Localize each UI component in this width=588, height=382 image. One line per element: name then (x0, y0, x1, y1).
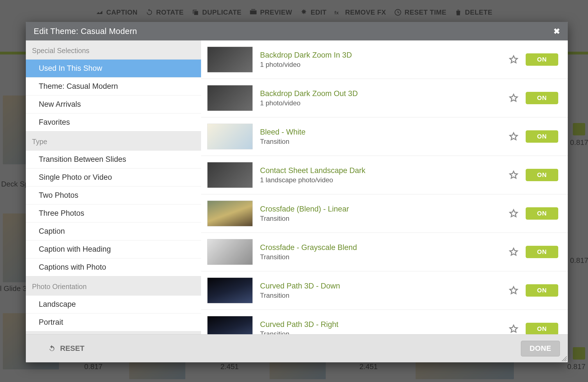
toggle-on-button[interactable]: ON (526, 246, 558, 258)
effect-text: Backdrop Dark Zoom Out 3D1 photo/video (260, 89, 502, 107)
effect-row[interactable]: Crossfade - Grayscale BlendTransitionON (201, 233, 568, 271)
sidebar-heading: Photo Orientation (26, 276, 201, 295)
toggle-on-button[interactable]: ON (526, 207, 558, 220)
effect-title: Crossfade - Grayscale Blend (260, 243, 502, 252)
toggle-on-button[interactable]: ON (526, 53, 558, 66)
sidebar-item[interactable]: Two Photos (26, 187, 201, 204)
effect-title: Backdrop Dark Zoom In 3D (260, 51, 502, 60)
effect-thumbnail (207, 316, 253, 334)
sidebar-item[interactable]: Captions with Photo (26, 258, 201, 276)
effect-title: Crossfade (Blend) - Linear (260, 205, 502, 213)
sidebar-item[interactable]: Three Photos (26, 204, 201, 222)
star-icon[interactable] (509, 209, 518, 218)
sidebar-item[interactable]: Transition Between Slides (26, 151, 201, 169)
sidebar[interactable]: Special SelectionsUsed In This ShowTheme… (26, 40, 201, 334)
star-icon[interactable] (509, 132, 518, 141)
sidebar-group: Used In This ShowTheme: Casual ModernNew… (26, 59, 201, 131)
effect-subtitle: Transition (260, 330, 502, 335)
effect-thumbnail (207, 162, 253, 188)
effect-text: Curved Path 3D - RightTransition (260, 320, 502, 335)
star-icon[interactable] (509, 170, 518, 180)
effect-title: Curved Path 3D - Right (260, 320, 502, 329)
effect-subtitle: 1 landscape photo/video (260, 176, 502, 184)
effect-text: Crossfade (Blend) - LinearTransition (260, 205, 502, 222)
star-icon[interactable] (509, 286, 518, 295)
effect-thumbnail (207, 201, 253, 226)
effect-text: Contact Sheet Landscape Dark1 landscape … (260, 166, 502, 184)
effect-subtitle: Transition (260, 292, 502, 299)
toggle-on-button[interactable]: ON (526, 92, 558, 104)
toggle-on-button[interactable]: ON (526, 284, 558, 297)
effects-list[interactable]: Backdrop Dark Zoom In 3D1 photo/videoONB… (201, 40, 568, 334)
done-button[interactable]: DONE (521, 341, 560, 356)
sidebar-group: Transition Between SlidesSingle Photo or… (26, 150, 201, 276)
effect-subtitle: 1 photo/video (260, 99, 502, 107)
star-icon[interactable] (509, 247, 518, 257)
sidebar-group: LandscapePortrait (26, 295, 201, 331)
toggle-on-button[interactable]: ON (526, 130, 558, 143)
modal-title: Edit Theme: Casual Modern (34, 27, 137, 36)
sidebar-item[interactable]: Single Photo or Video (26, 169, 201, 187)
resize-grip[interactable] (561, 356, 567, 361)
toggle-on-button[interactable]: ON (526, 169, 558, 181)
sidebar-item[interactable]: Portrait (26, 313, 201, 331)
modal-footer: RESET DONE (26, 334, 568, 362)
sidebar-item[interactable]: Used In This Show (26, 60, 201, 78)
sidebar-heading: Special Selections (26, 40, 201, 59)
effect-subtitle: Transition (260, 138, 502, 145)
reset-icon (48, 344, 56, 353)
reset-button[interactable]: RESET (34, 344, 85, 353)
effect-thumbnail (207, 239, 253, 265)
toggle-on-button[interactable]: ON (526, 323, 558, 334)
modal-body: Special SelectionsUsed In This ShowTheme… (26, 40, 568, 334)
effect-subtitle: Transition (260, 253, 502, 261)
sidebar-item[interactable]: Caption (26, 222, 201, 240)
effect-title: Contact Sheet Landscape Dark (260, 166, 502, 175)
effect-text: Crossfade - Grayscale BlendTransition (260, 243, 502, 261)
star-icon[interactable] (509, 324, 518, 334)
effect-thumbnail (207, 85, 253, 111)
sidebar-heading: Type (26, 131, 201, 150)
sidebar-item[interactable]: Theme: Casual Modern (26, 78, 201, 96)
star-icon[interactable] (509, 55, 518, 64)
effect-subtitle: 1 photo/video (260, 61, 502, 69)
effect-title: Backdrop Dark Zoom Out 3D (260, 89, 502, 98)
effect-subtitle: Transition (260, 215, 502, 222)
close-icon[interactable]: ✖ (553, 27, 560, 36)
sidebar-item[interactable]: Favorites (26, 113, 201, 131)
effect-text: Curved Path 3D - DownTransition (260, 282, 502, 299)
effect-row[interactable]: Backdrop Dark Zoom In 3D1 photo/videoON (201, 40, 568, 79)
effect-row[interactable]: Bleed - WhiteTransitionON (201, 117, 568, 156)
effect-title: Curved Path 3D - Down (260, 282, 502, 290)
edit-theme-modal: Edit Theme: Casual Modern ✖ Special Sele… (26, 22, 568, 362)
star-icon[interactable] (509, 93, 518, 103)
sidebar-item[interactable]: Caption with Heading (26, 240, 201, 258)
effect-row[interactable]: Contact Sheet Landscape Dark1 landscape … (201, 156, 568, 194)
effect-row[interactable]: Crossfade (Blend) - LinearTransitionON (201, 194, 568, 233)
effect-row[interactable]: Curved Path 3D - RightTransitionON (201, 310, 568, 334)
sidebar-item[interactable]: Landscape (26, 295, 201, 313)
reset-label: RESET (60, 344, 85, 353)
effect-text: Bleed - WhiteTransition (260, 128, 502, 145)
modal-header: Edit Theme: Casual Modern ✖ (26, 22, 568, 40)
effect-title: Bleed - White (260, 128, 502, 137)
effect-row[interactable]: Backdrop Dark Zoom Out 3D1 photo/videoON (201, 79, 568, 117)
effect-thumbnail (207, 278, 253, 303)
effect-thumbnail (207, 47, 253, 72)
effect-thumbnail (207, 124, 253, 149)
effect-row[interactable]: Curved Path 3D - DownTransitionON (201, 271, 568, 310)
effect-text: Backdrop Dark Zoom In 3D1 photo/video (260, 51, 502, 69)
sidebar-item[interactable]: New Arrivals (26, 96, 201, 113)
